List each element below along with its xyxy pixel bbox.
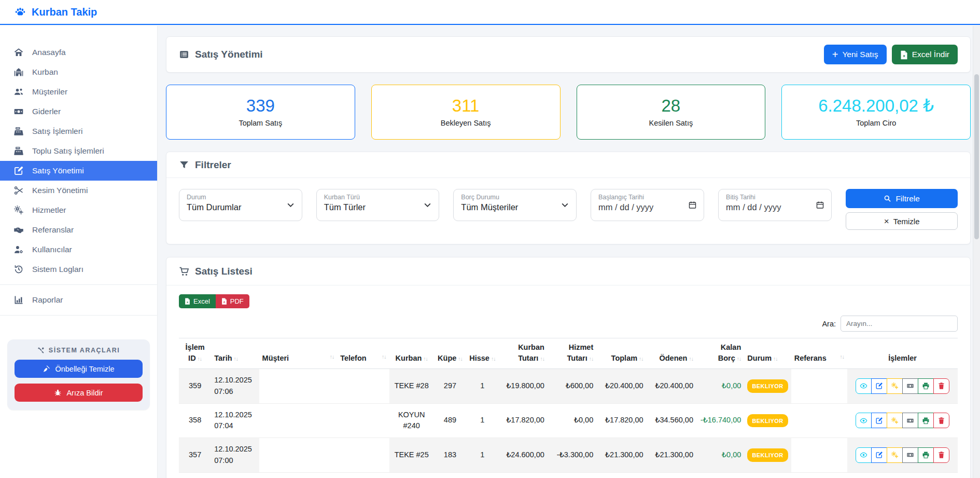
- view-button[interactable]: [856, 378, 872, 394]
- sidebar-item-raporlar[interactable]: Raporlar: [0, 290, 157, 310]
- sidebar-nav-reports: Raporlar: [0, 290, 157, 310]
- edit-button[interactable]: [871, 413, 887, 428]
- sidebar-item-toplu-satis-islemleri[interactable]: Toplu Satış İşlemleri: [0, 141, 157, 161]
- report-issue-button[interactable]: Arıza Bildir: [15, 384, 143, 402]
- services-button[interactable]: [887, 447, 903, 463]
- print-button[interactable]: [918, 378, 934, 394]
- stat-card-toplam-satis: 339 Toplam Satış: [166, 85, 355, 140]
- table-row: 356 12.10.202506:57 TEKE #126 179 1 ₺19.…: [179, 472, 958, 478]
- cell-hisse: 1: [466, 472, 498, 478]
- calendar-icon[interactable]: [688, 201, 697, 210]
- cash-register-icon: [13, 127, 24, 136]
- export-excel-button[interactable]: x Excel: [179, 294, 216, 308]
- sidebar-item-referanslar[interactable]: Referanslar: [0, 220, 157, 240]
- sidebar-item-kurban[interactable]: Kurban: [0, 62, 157, 82]
- sidebar-item-giderler[interactable]: Giderler: [0, 102, 157, 121]
- pencil-square-icon: [875, 417, 883, 425]
- cell-odenen: ₺34.560,00: [647, 403, 696, 438]
- sort-icon: ↑↓: [737, 356, 741, 362]
- page-header-actions: + Yeni Satış x Excel İndir: [824, 45, 958, 64]
- sidebar-item-sistem-loglari[interactable]: Sistem Logları: [0, 260, 157, 279]
- gears-icon: [891, 451, 899, 459]
- payment-button[interactable]: [902, 378, 918, 394]
- col-kupe[interactable]: Küpe↑↓: [434, 338, 466, 369]
- cell-musteri-redacted: [259, 438, 338, 473]
- sidebar-nav: Anasayfa Kurban Müşteriler Giderler Satı…: [0, 43, 157, 279]
- col-tarih[interactable]: Tarih↑↓: [211, 338, 259, 369]
- delete-button[interactable]: [933, 413, 949, 428]
- debt-status-select[interactable]: Borç Durumu Tüm Müşteriler: [453, 189, 577, 221]
- sidebar-item-hizmetler[interactable]: Hizmetler: [0, 200, 157, 220]
- delete-button[interactable]: [933, 378, 949, 394]
- payment-button[interactable]: [902, 413, 918, 428]
- cell-odenen: ₺20.400,00: [647, 369, 696, 404]
- cell-kalan-borc: ₺0,00: [696, 438, 744, 473]
- payment-button[interactable]: [902, 447, 918, 463]
- filters-body: Durum Tüm Durumlar Kurban Türü Tüm Türle…: [166, 178, 970, 244]
- cell-hizmet-tutari: ₺600,00: [548, 369, 596, 404]
- services-button[interactable]: [887, 378, 903, 394]
- stat-card-kesilen-satis: 28 Kesilen Satış: [577, 85, 766, 140]
- cash-register-icon: [13, 146, 24, 156]
- cell-kalan-borc: ₺0,00: [696, 369, 744, 404]
- status-badge: BEKLIYOR: [747, 379, 788, 393]
- col-islem-id[interactable]: İşlem ID↑↓: [179, 338, 211, 369]
- sidebar-item-anasayfa[interactable]: Anasayfa: [0, 43, 157, 62]
- edit-button[interactable]: [871, 447, 887, 463]
- money-icon: [13, 107, 24, 117]
- table-search: Ara:: [179, 316, 958, 332]
- print-button[interactable]: [918, 413, 934, 428]
- col-toplam[interactable]: Toplam↑↓: [596, 338, 646, 369]
- clear-cache-button[interactable]: Önbelleği Temizle: [15, 360, 143, 378]
- page-title: Satış Yönetimi: [179, 49, 263, 60]
- filter-button[interactable]: Filtrele: [846, 189, 958, 208]
- new-sale-button[interactable]: + Yeni Satış: [824, 45, 887, 64]
- export-pdf-button[interactable]: A PDF: [216, 294, 249, 308]
- col-referans[interactable]: Referans↑↓: [791, 338, 847, 369]
- end-date-input[interactable]: Bitiş Tarihi mm / dd / yyyy: [718, 189, 832, 221]
- delete-button[interactable]: [933, 447, 949, 463]
- clear-filters-button[interactable]: × Temizle: [846, 212, 958, 230]
- col-kurban-tutari[interactable]: Kurban Tutarı↑↓: [499, 338, 548, 369]
- search-label: Ara:: [822, 320, 836, 328]
- kurban-type-select[interactable]: Kurban Türü Tüm Türler: [316, 189, 440, 221]
- sidebar-divider: [0, 315, 157, 316]
- view-button[interactable]: [856, 447, 872, 463]
- status-select[interactable]: Durum Tüm Durumlar: [179, 189, 302, 221]
- calendar-icon[interactable]: [816, 201, 824, 210]
- cell-toplam: ₺20.000,00: [596, 472, 646, 478]
- search-input[interactable]: [841, 316, 958, 332]
- view-button[interactable]: [856, 413, 872, 428]
- edit-button[interactable]: [871, 378, 887, 394]
- cell-durum: BEKLIYOR: [744, 438, 791, 473]
- scrollbar-thumb[interactable]: [974, 74, 979, 239]
- col-kalan-borc[interactable]: Kalan Borç↑↓: [696, 338, 744, 369]
- sidebar-item-kesim-yonetimi[interactable]: Kesim Yönetimi: [0, 181, 157, 200]
- sidebar-item-satis-yonetimi[interactable]: Satış Yönetimi: [0, 161, 157, 181]
- start-date-input[interactable]: Başlangıç Tarihi mm / dd / yyyy: [591, 189, 704, 221]
- col-durum[interactable]: Durum↑↓: [744, 338, 791, 369]
- eye-icon: [860, 451, 867, 459]
- table-row: 359 12.10.202507:06 TEKE #28 297 1 ₺19.8…: [179, 369, 958, 404]
- col-kurban[interactable]: Kurban↑↓: [389, 338, 434, 369]
- sidebar-item-kullanicilar[interactable]: Kullanıcılar: [0, 240, 157, 260]
- sort-icon: ↑↓: [589, 356, 594, 362]
- col-musteri[interactable]: Müşteri↑↓: [259, 338, 338, 369]
- sidebar-item-satis-islemleri[interactable]: Satış İşlemleri: [0, 121, 157, 141]
- filter-buttons: Filtrele × Temizle: [846, 189, 958, 230]
- page-scrollbar[interactable]: [973, 26, 980, 478]
- col-hisse[interactable]: Hisse↑↓: [466, 338, 498, 369]
- services-button[interactable]: [887, 413, 903, 428]
- col-telefon[interactable]: Telefon↑↓: [337, 338, 389, 369]
- history-icon: [13, 265, 24, 275]
- funnel-icon: [179, 160, 189, 170]
- col-hizmet-tutari[interactable]: Hizmet Tutarı↑↓: [548, 338, 596, 369]
- stat-value: 28: [662, 97, 681, 114]
- brand[interactable]: Kurban Takip: [15, 6, 97, 18]
- print-button[interactable]: [918, 447, 934, 463]
- cell-kurban: KOYUN #240: [389, 403, 434, 438]
- eye-icon: [860, 382, 867, 390]
- col-odenen[interactable]: Ödenen↑↓: [647, 338, 696, 369]
- sidebar-item-musteriler[interactable]: Müşteriler: [0, 82, 157, 102]
- excel-download-button[interactable]: x Excel İndir: [892, 45, 958, 64]
